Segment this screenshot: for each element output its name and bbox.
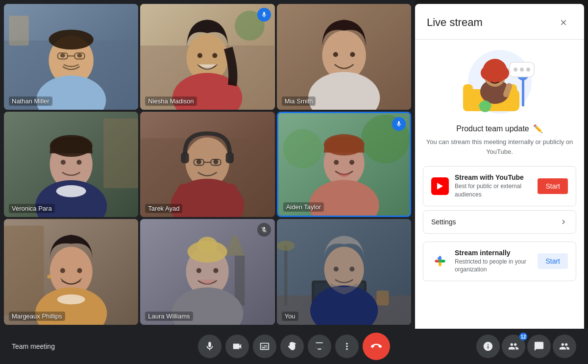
svg-point-76 bbox=[197, 237, 218, 253]
participant-name: Laura Williams bbox=[145, 312, 193, 321]
internal-stream-desc: Restricted to people in your organizatio… bbox=[455, 258, 532, 274]
svg-point-78 bbox=[214, 268, 219, 273]
svg-rect-43 bbox=[181, 152, 189, 163]
participant-name: Margeaux Phillips bbox=[9, 312, 65, 321]
video-tile: Margeaux Phillips bbox=[4, 219, 138, 325]
stream-illustration bbox=[423, 48, 576, 116]
people-button[interactable]: 12 bbox=[502, 335, 525, 358]
internal-start-button[interactable]: Start bbox=[538, 253, 568, 269]
microphone-button[interactable] bbox=[198, 335, 221, 358]
panel-header: Live stream bbox=[415, 4, 584, 40]
svg-point-33 bbox=[49, 135, 92, 157]
svg-point-32 bbox=[56, 185, 86, 197]
close-panel-button[interactable] bbox=[555, 14, 572, 31]
edit-icon[interactable]: ✏️ bbox=[533, 124, 543, 133]
video-tile: Veronica Para bbox=[4, 112, 138, 218]
youtube-stream-card: Stream with YouTube Best for public or e… bbox=[423, 166, 576, 206]
svg-point-11 bbox=[49, 29, 93, 49]
svg-point-58 bbox=[334, 160, 339, 165]
participant-name: Aiden Taylor bbox=[283, 202, 324, 212]
participant-name: Nathan Miller bbox=[9, 97, 52, 106]
svg-rect-93 bbox=[463, 84, 473, 111]
settings-row[interactable]: Settings bbox=[423, 210, 576, 234]
toolbar-center bbox=[198, 333, 390, 360]
end-call-button[interactable] bbox=[363, 333, 390, 360]
svg-point-19 bbox=[213, 53, 218, 58]
svg-point-109 bbox=[526, 68, 530, 72]
video-tile: Mia Smith bbox=[277, 4, 411, 110]
toolbar: Team meeting bbox=[0, 329, 588, 364]
meeting-name: Product team update bbox=[456, 124, 529, 133]
participant-name: Tarek Ayad bbox=[145, 204, 182, 213]
internal-stream-card: Stream internally Restricted to people i… bbox=[423, 242, 576, 282]
video-tile-self: You bbox=[277, 219, 411, 325]
video-tile: Niesha Madison bbox=[140, 4, 274, 110]
youtube-stream-title: Stream with YouTube bbox=[455, 173, 532, 181]
chat-button[interactable] bbox=[527, 335, 551, 358]
svg-point-45 bbox=[196, 159, 201, 164]
present-button[interactable] bbox=[308, 335, 331, 358]
svg-point-77 bbox=[196, 268, 201, 273]
svg-point-57 bbox=[323, 134, 364, 155]
participant-name: Mia Smith bbox=[282, 97, 316, 106]
svg-point-90 bbox=[349, 267, 354, 271]
settings-label: Settings bbox=[431, 218, 456, 226]
video-tile: Laura Williams bbox=[140, 219, 274, 325]
svg-rect-84 bbox=[284, 246, 287, 306]
camera-button[interactable] bbox=[225, 335, 249, 358]
svg-rect-83 bbox=[376, 291, 389, 305]
youtube-start-button[interactable]: Start bbox=[538, 178, 568, 194]
svg-rect-110 bbox=[439, 260, 441, 263]
internal-stream-title: Stream internally bbox=[455, 249, 532, 257]
svg-point-35 bbox=[76, 160, 81, 165]
svg-point-66 bbox=[60, 268, 65, 273]
svg-point-89 bbox=[333, 267, 338, 271]
audio-active-badge bbox=[257, 8, 271, 22]
video-tile-active: Aiden Taylor bbox=[277, 112, 411, 218]
video-tile: Nathan Miller bbox=[4, 4, 138, 110]
svg-point-26 bbox=[350, 52, 355, 57]
svg-point-6 bbox=[60, 53, 65, 57]
participant-name: Veronica Para bbox=[9, 204, 55, 213]
audio-active-badge bbox=[392, 117, 406, 131]
video-grid: Nathan Miller bbox=[0, 0, 415, 329]
meeting-title-row: Product team update ✏️ bbox=[423, 124, 576, 133]
info-button[interactable] bbox=[476, 335, 500, 358]
svg-rect-70 bbox=[235, 256, 245, 306]
chevron-right-icon bbox=[559, 218, 568, 226]
internal-stream-info: Stream internally Restricted to people i… bbox=[455, 249, 532, 274]
svg-rect-2 bbox=[9, 16, 29, 46]
svg-rect-44 bbox=[226, 152, 234, 163]
svg-point-107 bbox=[514, 68, 517, 72]
people-count-badge: 12 bbox=[519, 333, 527, 340]
video-tile: Tarek Ayad bbox=[140, 112, 274, 218]
participant-name: Niesha Madison bbox=[145, 97, 196, 106]
live-stream-panel: Live stream bbox=[415, 4, 584, 329]
svg-point-25 bbox=[333, 52, 338, 57]
mic-muted-badge bbox=[257, 223, 271, 237]
more-options-button[interactable] bbox=[335, 335, 359, 358]
svg-point-85 bbox=[277, 241, 295, 251]
svg-point-52 bbox=[283, 129, 322, 168]
panel-title: Live stream bbox=[427, 16, 483, 29]
svg-point-59 bbox=[349, 160, 354, 165]
svg-rect-61 bbox=[4, 226, 44, 315]
svg-point-34 bbox=[61, 160, 66, 165]
youtube-stream-info: Stream with YouTube Best for public or e… bbox=[455, 173, 532, 199]
toolbar-right: 12 bbox=[390, 335, 576, 358]
gmeet-icon bbox=[431, 252, 449, 270]
svg-point-108 bbox=[520, 68, 524, 72]
youtube-stream-desc: Best for public or external audiences bbox=[455, 182, 532, 199]
svg-point-99 bbox=[495, 66, 509, 80]
meeting-description: You can stream this meeting internally o… bbox=[423, 137, 576, 156]
svg-rect-28 bbox=[103, 119, 138, 188]
svg-point-68 bbox=[47, 275, 51, 279]
raise-hand-button[interactable] bbox=[280, 335, 304, 358]
svg-point-46 bbox=[214, 159, 219, 164]
svg-point-65 bbox=[57, 294, 85, 304]
svg-point-67 bbox=[77, 268, 82, 273]
activities-button[interactable] bbox=[553, 335, 576, 358]
svg-point-18 bbox=[197, 53, 202, 58]
captions-button[interactable] bbox=[253, 335, 276, 358]
svg-point-98 bbox=[481, 66, 494, 80]
